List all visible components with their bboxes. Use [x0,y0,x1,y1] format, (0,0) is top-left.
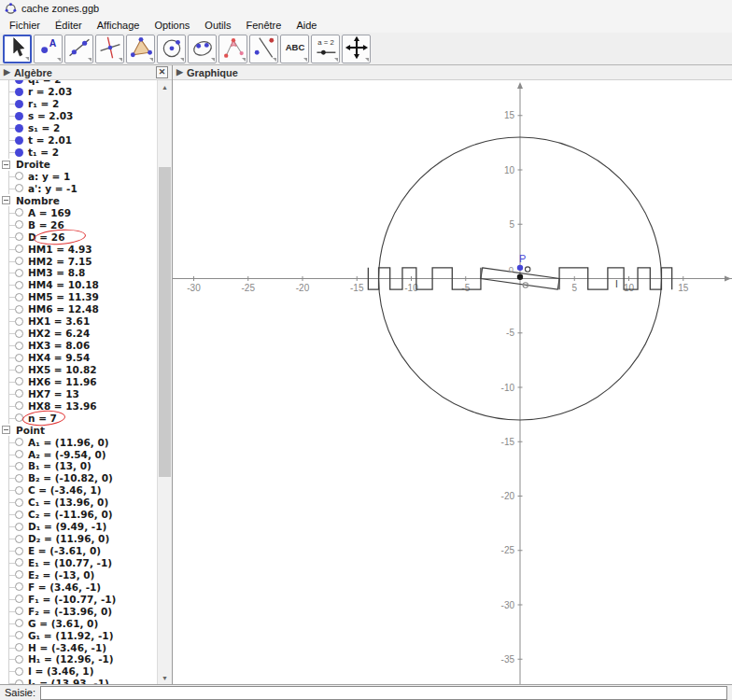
menu-item-editer[interactable]: Éditer [48,19,90,32]
algebra-category-row[interactable]: Point [0,424,157,436]
algebra-object-row[interactable]: r₁ = 2 [0,98,157,110]
object-hidden-circle-icon[interactable] [15,317,23,326]
move-tool-button[interactable] [3,35,32,63]
object-hidden-circle-icon[interactable] [15,232,23,241]
object-hidden-circle-icon[interactable] [15,342,23,350]
object-hidden-circle-icon[interactable] [15,329,23,338]
algebra-object-row[interactable]: HM5 = 11.39 [0,291,157,303]
menu-item-options[interactable]: Options [147,19,197,32]
object-visible-dot-icon[interactable] [15,80,23,84]
graphics-canvas[interactable]: -30-25-20-15-10-55101515105-5-10-15-20-2… [173,80,732,684]
object-hidden-circle-icon[interactable] [15,354,23,362]
object-hidden-circle-icon[interactable] [15,245,23,253]
algebra-object-row[interactable]: HX1 = 3.61 [0,315,157,328]
transformation-tool-button[interactable] [249,35,278,63]
algebra-object-row[interactable]: HX8 = 13.96 [0,399,157,412]
algebra-object-row[interactable]: C₂ = (-11.96, 0) [0,509,157,521]
object-visible-dot-icon[interactable] [15,136,23,145]
origin-point[interactable] [517,274,523,280]
object-hidden-circle-icon[interactable] [15,570,23,579]
object-hidden-circle-icon[interactable] [15,293,23,301]
algebra-object-row[interactable]: s = 2.03 [0,110,157,122]
object-visible-dot-icon[interactable] [15,100,23,108]
panel-expand-arrow-icon[interactable]: ▶ [4,68,10,77]
algebra-object-row[interactable]: I = (3.46, 1) [0,665,157,678]
object-hidden-circle-icon[interactable] [15,474,23,483]
object-hidden-circle-icon[interactable] [15,401,23,410]
algebra-object-row[interactable]: a: y = 1 [0,171,157,183]
algebra-object-row[interactable]: F = (3.46, -1) [0,581,157,593]
algebra-object-row[interactable]: D₂ = (11.96, 0) [0,533,157,545]
algebra-object-row[interactable]: C₁ = (13.96, 0) [0,497,157,509]
tree-collapse-icon[interactable] [2,426,10,434]
special-line-tool-button[interactable] [95,35,124,63]
algebra-object-row[interactable]: HX4 = 9.54 [0,352,157,364]
tool-dropdown-arrow-icon[interactable] [88,58,92,62]
algebra-object-row[interactable]: D = 26 [0,231,157,243]
object-hidden-circle-icon[interactable] [15,438,23,446]
algebra-category-row[interactable]: Droite [0,159,157,171]
algebra-object-row[interactable]: a': y = -1 [0,182,157,194]
object-visible-dot-icon[interactable] [15,88,23,96]
algebra-object-row[interactable]: HM1 = 4.93 [0,243,157,255]
algebra-object-row[interactable]: D₁ = (9.49, -1) [0,521,157,533]
tool-dropdown-arrow-icon[interactable] [119,58,122,62]
menu-item-affichage[interactable]: Affichage [90,19,148,32]
point-tool-button[interactable]: A [34,35,63,63]
polygon-tool-button[interactable] [126,35,155,63]
object-hidden-circle-icon[interactable] [15,643,23,651]
algebra-object-row[interactable]: HX5 = 10.82 [0,364,157,376]
algebra-object-row[interactable]: n = 7 [0,412,157,424]
tool-dropdown-arrow-icon[interactable] [25,57,29,61]
algebra-object-row[interactable]: A₂ = (-9.54, 0) [0,448,157,460]
algebra-object-row[interactable]: t₁ = 2 [0,147,157,159]
algebra-object-row[interactable]: I₁ = (13.93, -1) [0,678,157,684]
tree-collapse-icon[interactable] [2,161,10,169]
object-visible-dot-icon[interactable] [15,148,23,157]
object-hidden-circle-icon[interactable] [15,558,23,567]
object-hidden-circle-icon[interactable] [15,208,23,217]
object-hidden-circle-icon[interactable] [15,220,23,229]
circle-tool-button[interactable] [157,35,186,63]
tool-dropdown-arrow-icon[interactable] [211,58,215,62]
algebra-object-row[interactable]: HM4 = 10.18 [0,279,157,291]
object-hidden-circle-icon[interactable] [15,655,23,664]
object-hidden-circle-icon[interactable] [15,305,23,314]
object-hidden-circle-icon[interactable] [15,462,23,470]
algebra-object-row[interactable]: F₂ = (-13.96, 0) [0,605,157,617]
move-graphics-view-tool-button[interactable] [342,35,371,63]
tool-dropdown-arrow-icon[interactable] [180,58,184,62]
object-hidden-circle-icon[interactable] [15,679,23,684]
algebra-object-row[interactable]: HX6 = 11.96 [0,375,157,387]
object-hidden-circle-icon[interactable] [15,535,23,543]
algebra-scrollbar[interactable]: ▲ ▼ [157,80,172,684]
menu-item-aide[interactable]: Aide [289,19,324,32]
object-visible-dot-icon[interactable] [15,112,23,120]
tool-dropdown-arrow-icon[interactable] [334,58,338,62]
algebra-object-row[interactable]: t = 2.01 [0,134,157,147]
object-hidden-circle-icon[interactable] [15,450,23,458]
object-hidden-circle-icon[interactable] [15,631,23,639]
text-tool-button[interactable]: ABC [280,35,309,63]
object-hidden-circle-icon[interactable] [15,667,23,676]
object-hidden-circle-icon[interactable] [15,365,23,373]
line-tool-button[interactable] [64,35,93,63]
algebra-object-row[interactable]: HX7 = 13 [0,387,157,399]
algebra-object-row[interactable]: A = 169 [0,206,157,218]
algebra-object-row[interactable]: B₁ = (13, 0) [0,460,157,472]
angle-tool-button[interactable] [218,35,247,63]
object-hidden-circle-icon[interactable] [15,607,23,615]
object-hidden-circle-icon[interactable] [15,523,23,531]
menu-item-fenetre[interactable]: Fenêtre [238,19,289,32]
algebra-object-row[interactable]: G = (3.61, 0) [0,617,157,629]
object-hidden-circle-icon[interactable] [15,486,23,495]
tool-dropdown-arrow-icon[interactable] [57,58,61,62]
object-hidden-circle-icon[interactable] [15,281,23,289]
slider-tool-button[interactable]: a = 2 [311,35,340,63]
conic-tool-button[interactable] [188,35,217,63]
algebra-object-row[interactable]: HM6 = 12.48 [0,303,157,315]
object-hidden-circle-icon[interactable] [15,377,23,385]
algebra-category-row[interactable]: Nombre [0,194,157,206]
tool-dropdown-arrow-icon[interactable] [273,58,276,62]
algebra-object-row[interactable]: H = (-3.46, -1) [0,641,157,653]
